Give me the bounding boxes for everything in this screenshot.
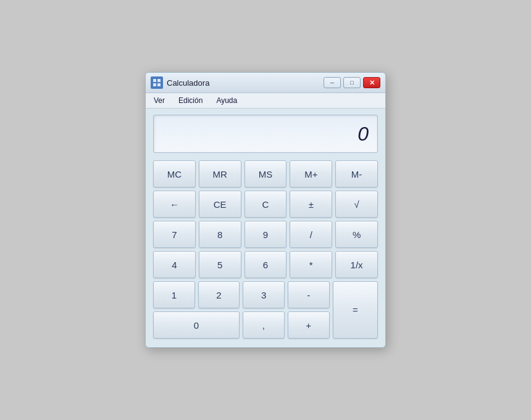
calc-body: 0 MC MR MS M+ M- ← CE C ± √ 7: [146, 109, 385, 347]
btn-equals[interactable]: =: [333, 281, 378, 339]
btn-mplus[interactable]: M+: [290, 160, 332, 187]
row5-top: 1 2 3 -: [153, 281, 330, 308]
svg-rect-0: [153, 79, 156, 82]
btn-mc[interactable]: MC: [153, 160, 196, 187]
btn-percent[interactable]: %: [335, 221, 378, 248]
calculator-window: Calculadora ─ □ ✕ Ver Edición Ayuda 0 MC…: [145, 72, 386, 348]
btn-sign[interactable]: ±: [290, 191, 332, 218]
close-button[interactable]: ✕: [363, 77, 380, 88]
btn-backspace[interactable]: ←: [153, 191, 196, 218]
btn-mminus[interactable]: M-: [335, 160, 378, 187]
svg-rect-2: [153, 83, 156, 86]
window-controls: ─ □ ✕: [324, 77, 380, 88]
btn-multiply[interactable]: *: [290, 251, 332, 278]
row6-bottom: 0 , +: [153, 311, 330, 339]
menu-ayuda[interactable]: Ayuda: [213, 95, 240, 106]
title-bar: Calculadora ─ □ ✕: [146, 73, 385, 93]
row2: ← CE C ± √: [153, 191, 378, 218]
btn-0[interactable]: 0: [153, 311, 240, 339]
btn-ce[interactable]: CE: [199, 191, 241, 218]
btn-2[interactable]: 2: [198, 281, 240, 308]
btn-reciprocal[interactable]: 1/x: [335, 251, 378, 278]
display: 0: [153, 115, 378, 153]
minimize-button[interactable]: ─: [324, 77, 341, 88]
btn-9[interactable]: 9: [245, 221, 287, 248]
row5: 1 2 3 - 0 , + =: [153, 281, 378, 339]
row4: 4 5 6 * 1/x: [153, 251, 378, 278]
btn-minus[interactable]: -: [288, 281, 330, 308]
btn-divide[interactable]: /: [290, 221, 332, 248]
svg-rect-1: [157, 79, 161, 82]
btn-4[interactable]: 4: [153, 251, 196, 278]
btn-1[interactable]: 1: [153, 281, 195, 308]
menu-ver[interactable]: Ver: [151, 95, 168, 106]
buttons-grid: MC MR MS M+ M- ← CE C ± √ 7 8 9 / %: [153, 160, 378, 339]
menu-bar: Ver Edición Ayuda: [146, 93, 385, 109]
btn-mr[interactable]: MR: [199, 160, 241, 187]
btn-c[interactable]: C: [245, 191, 287, 218]
btn-6[interactable]: 6: [245, 251, 287, 278]
btn-sqrt[interactable]: √: [335, 191, 378, 218]
btn-7[interactable]: 7: [153, 221, 196, 248]
memory-row: MC MR MS M+ M-: [153, 160, 378, 187]
btn-ms[interactable]: MS: [245, 160, 287, 187]
menu-edicion[interactable]: Edición: [175, 95, 206, 106]
maximize-button[interactable]: □: [343, 77, 361, 88]
row3: 7 8 9 / %: [153, 221, 378, 248]
btn-5[interactable]: 5: [199, 251, 241, 278]
btn-plus[interactable]: +: [288, 311, 330, 339]
btn-8[interactable]: 8: [199, 221, 241, 248]
btn-comma[interactable]: ,: [243, 311, 285, 339]
btn-3[interactable]: 3: [243, 281, 285, 308]
display-value: 0: [357, 123, 369, 146]
window-title: Calculadora: [167, 78, 324, 88]
svg-rect-3: [157, 83, 161, 86]
app-icon: [151, 76, 163, 89]
